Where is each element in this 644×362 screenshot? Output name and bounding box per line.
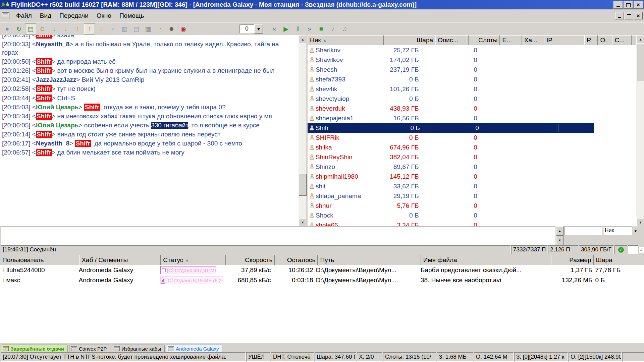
userlist-column-6[interactable]: Ха...: [522, 35, 544, 45]
chat-scroll-thumb[interactable]: [299, 174, 307, 196]
userlist-filter-up-icon[interactable]: ▲: [556, 226, 564, 236]
notepad-icon[interactable]: ▤: [131, 23, 142, 35]
transfers-column-2[interactable]: Хаб / Сегменты: [79, 255, 161, 265]
user-row[interactable]: Sheesh237,19 ГБ0: [308, 65, 594, 74]
chat-timestamp: [20:06:17]: [2, 140, 32, 147]
media-prev-icon-glyph: «: [272, 25, 276, 33]
media-play-icon[interactable]: ▶: [280, 23, 291, 35]
queue-dropdown-button[interactable]: ▼: [254, 24, 263, 34]
download-queue-icon-glyph: ↓: [53, 25, 56, 33]
transfers-column-4[interactable]: Скорость: [226, 255, 275, 265]
user-icon: [309, 67, 314, 72]
finished-downloads-icon[interactable]: ↓: [60, 23, 71, 35]
user-row[interactable]: shevctyuiop0 Б0: [308, 94, 594, 104]
minimize-button[interactable]: [613, 1, 623, 9]
favorite-hubs-icon[interactable]: ▤: [25, 23, 36, 35]
userlist-filter-down-icon[interactable]: ▼: [556, 236, 564, 245]
transfer-row[interactable]: ↑Iluha5244000Andromeda Galaxy[C] Отдано …: [0, 265, 644, 275]
download-queue-icon[interactable]: ↓: [49, 23, 60, 35]
user-row[interactable]: Shinzo69,67 ГБ0: [308, 162, 594, 172]
public-hubs-icon[interactable]: ●: [2, 23, 13, 35]
media-next-icon[interactable]: »: [304, 23, 315, 35]
user-row[interactable]: shefa73930 Б0: [308, 74, 594, 84]
user-row[interactable]: shev4ik101,26 ГБ0: [308, 84, 594, 94]
media-prev-icon[interactable]: «: [269, 23, 280, 35]
userlist-column-1[interactable]: Ник▲: [308, 35, 384, 45]
userlist-filter-input[interactable]: [564, 227, 602, 235]
transfers-column-1[interactable]: Пользователь: [0, 255, 79, 265]
reconnect-icon[interactable]: ↻: [13, 23, 24, 35]
mdi-restore-button[interactable]: [625, 12, 633, 19]
tab-window-icon: [3, 346, 9, 351]
userlist-scroll-up-icon[interactable]: ▲: [636, 35, 644, 43]
userlist-scroll-thumb[interactable]: [637, 44, 644, 81]
media-stop-icon[interactable]: ■: [316, 23, 327, 35]
volume-up-icon[interactable]: ♫: [339, 23, 350, 35]
mdi-close-button[interactable]: ×: [634, 12, 643, 19]
user-row[interactable]: SHIFRik0 Б0: [308, 133, 594, 142]
transfers-column-9[interactable]: Шара: [594, 255, 644, 265]
user-row[interactable]: Sharikov25,72 ГБ0: [308, 45, 594, 55]
user-row[interactable]: sheverduk438,93 ГБ0: [308, 104, 594, 113]
volume-down-icon[interactable]: ♪: [327, 23, 338, 35]
favorite-users-icon[interactable]: ☺: [37, 23, 48, 35]
user-row[interactable]: Shavilkov174,02 ГБ0: [308, 55, 594, 65]
user-icon[interactable]: ☻: [166, 23, 177, 35]
chat-message-input[interactable]: [1, 227, 555, 245]
user-row[interactable]: shole663,34 ГБ0: [308, 220, 594, 226]
keyboard-icon[interactable]: ▦: [143, 23, 154, 35]
search-spy-icon[interactable]: ▥: [119, 23, 130, 35]
userlist-column-5[interactable]: Е...: [500, 35, 522, 45]
close-button[interactable]: ×: [634, 1, 643, 9]
userlist-scroll-down-icon[interactable]: ▼: [636, 218, 644, 226]
user-share-cell: 0 Б: [374, 95, 422, 103]
menu-item-4[interactable]: Окно: [93, 11, 115, 20]
adl-search-icon[interactable]: ●: [107, 23, 118, 35]
finished-uploads-icon[interactable]: ↑: [84, 23, 95, 35]
chat-scroll-down-icon[interactable]: ▼: [299, 218, 307, 226]
filter-column-combo[interactable]: Ник ▼: [603, 227, 639, 235]
userlist-column-4[interactable]: Слоты: [469, 35, 500, 45]
search-icon[interactable]: ○: [96, 23, 107, 35]
user-nick: Shock: [316, 212, 333, 219]
menu-item-1[interactable]: Файл: [12, 11, 36, 20]
transfers-column-3[interactable]: Статус▲: [161, 255, 225, 265]
chat-scrollbar[interactable]: ▲ ▼: [299, 35, 306, 226]
transfers-column-6[interactable]: Путь: [318, 255, 421, 265]
userlist-column-7[interactable]: IP: [544, 35, 584, 45]
userlist-column-3[interactable]: Опис...: [435, 35, 469, 45]
chat-scroll-up-icon[interactable]: ▲: [299, 35, 307, 43]
mdi-minimize-button[interactable]: [615, 12, 624, 19]
userlist-column-2[interactable]: Шара: [384, 35, 435, 45]
menu-item-2[interactable]: Вид: [36, 11, 55, 20]
menu-item-5[interactable]: Помощь: [115, 11, 148, 20]
waiting-uploads-icon[interactable]: ↑: [72, 23, 83, 35]
userlist-column-8[interactable]: Р.: [584, 35, 598, 45]
cd-record-icon[interactable]: ◉: [178, 23, 189, 35]
user-row[interactable]: shilka674,96 ГБ0: [308, 142, 594, 152]
hub-checkbox[interactable]: ✓: [639, 247, 644, 253]
user-row[interactable]: shlapa_panama29,19 ГБ0: [308, 191, 594, 201]
transfers-column-5[interactable]: Осталось: [275, 255, 318, 265]
userlist-scrollbar[interactable]: ▲ ▼: [636, 35, 644, 226]
user-row[interactable]: shipmihail1980145,12 ГБ0: [308, 172, 594, 181]
user-row[interactable]: shit33,62 ГБ0: [308, 181, 594, 191]
user-row[interactable]: ShinReyShin382,04 ГБ0: [308, 152, 594, 162]
user-row[interactable]: Shock0 Б0: [308, 210, 594, 220]
scheduler-icon[interactable]: ◔: [154, 23, 165, 35]
user-row[interactable]: Shifr0 Б0: [308, 123, 594, 133]
transfer-row[interactable]: ↑максAndromeda Galaxy[C] Отдано 8,19 МБ …: [0, 275, 644, 285]
user-row[interactable]: shnur5,76 ГБ0: [308, 201, 594, 210]
bracket: <: [32, 67, 36, 74]
combo-dropdown-icon[interactable]: ▼: [632, 227, 639, 235]
restore-button[interactable]: [624, 1, 633, 9]
transfers-column-7[interactable]: Имя файла: [421, 255, 551, 265]
userlist-column-10[interactable]: С...: [612, 35, 632, 45]
transfers-column-8[interactable]: Размер: [551, 255, 593, 265]
menu-item-3[interactable]: Передачи: [55, 11, 93, 20]
userlist-column-9[interactable]: О.: [598, 35, 612, 45]
statusbar-segment-7: З: 1,68 МБ: [437, 352, 473, 362]
media-pause-icon[interactable]: ‖: [292, 23, 303, 35]
mdi-child-icon[interactable]: [2, 12, 9, 19]
user-row[interactable]: shhepajenia116,56 ГБ0: [308, 113, 594, 123]
